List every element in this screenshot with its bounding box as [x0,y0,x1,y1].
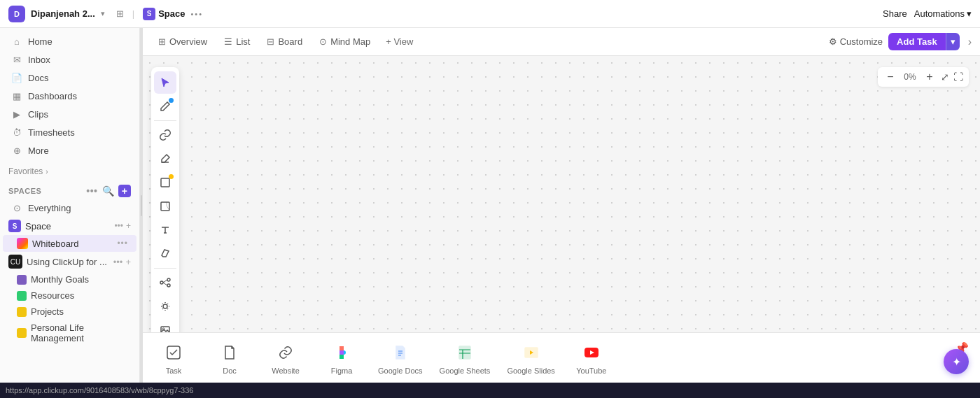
using-clickup-item[interactable]: CU Using ClickUp for ... ••• + [0,252,139,271]
topbar: D Dipanjenah 2... ▾ ⊞ | S Space ••• Shar… [0,0,980,28]
whiteboard-dots-icon[interactable]: ••• [117,239,128,248]
bottom-item-youtube[interactable]: YouTube [572,341,611,375]
website-icon [274,341,297,364]
bottom-label-figma: Figma [331,367,353,375]
bottom-item-task[interactable]: Task [154,341,193,375]
tool-settings[interactable] [154,295,176,318]
tab-mind-map[interactable]: ⊙ Mind Map [312,34,377,50]
using-clickup-dots-icon[interactable]: ••• [113,257,123,267]
zoom-fit-button[interactable]: ⤢ [941,71,949,83]
customize-label: Customize [840,36,883,47]
favorites-row[interactable]: Favorites › [0,164,139,179]
tool-connect[interactable] [154,271,176,294]
bottom-item-figma[interactable]: Figma [322,341,361,375]
space-dots-icon[interactable]: ••• [190,10,203,18]
using-clickup-plus-icon[interactable]: + [125,257,131,267]
bottom-label-youtube: YouTube [576,367,606,375]
ai-fab-button[interactable]: ✦ [944,349,969,374]
tab-board-label: Board [278,36,302,47]
timesheets-icon: ⏱ [11,127,22,138]
sidebar-item-timesheets[interactable]: ⏱ Timesheets [3,123,136,141]
space-item-plus-icon[interactable]: + [126,221,131,231]
space-tag[interactable]: S Space ••• [143,8,203,20]
sidebar-item-monthly-goals[interactable]: Monthly Goals [0,271,139,287]
divider: | [132,8,134,19]
svg-point-4 [167,284,170,287]
space-item-dots-icon[interactable]: ••• [114,221,123,231]
tool-pen[interactable] [154,95,176,118]
resources-label: Resources [31,290,74,301]
zoom-fullscreen-button[interactable]: ⛶ [953,71,963,83]
layout-toggle-icon[interactable]: ⊞ [116,8,124,19]
workspace-name: Dipanjenah 2... [31,8,95,19]
tool-sticky[interactable] [154,195,176,218]
sidebar-label-more: More [28,145,49,156]
tab-mind-map-label: Mind Map [330,36,370,47]
workspace-chevron-icon[interactable]: ▾ [101,9,105,18]
task-icon [162,341,185,364]
using-clickup-actions: ••• + [113,257,131,267]
tab-overview[interactable]: ⊞ Overview [151,34,214,50]
tab-list[interactable]: ☰ List [217,34,257,50]
bottom-item-website[interactable]: Website [266,341,305,375]
add-view-label: + View [386,36,413,47]
bottom-item-google-slides[interactable]: Google Slides [507,341,555,375]
tool-shapes[interactable] [154,171,176,194]
tool-highlighter[interactable] [154,148,176,170]
resources-dot [17,291,27,301]
toolbar-divider-1 [154,120,176,121]
monthly-goals-dot [17,275,27,285]
sidebar-label-clips: Clips [28,109,48,120]
tool-link[interactable] [154,124,176,146]
spaces-add-button[interactable]: + [118,185,131,197]
sidebar-label-docs: Docs [28,73,49,83]
whiteboard-canvas[interactable]: − 0% + ⤢ ⛶ [143,56,980,332]
spaces-actions: ••• 🔍 + [86,185,131,197]
bottom-item-google-sheets[interactable]: Google Sheets [440,341,491,375]
projects-dot [17,307,27,317]
whiteboard-icon [17,238,28,249]
sidebar-item-inbox[interactable]: ✉ Inbox [3,50,136,69]
sidebar-item-personal-life[interactable]: Personal Life Management [0,320,139,346]
sidebar: ⌂ Home ✉ Inbox 📄 Docs ▦ Dashboards ▶ Cli… [0,28,140,383]
sidebar-item-clips[interactable]: ▶ Clips [3,105,136,123]
tab-board[interactable]: ⊟ Board [260,34,309,50]
automations-button[interactable]: Automations ▾ [914,8,972,19]
sidebar-item-docs[interactable]: 📄 Docs [3,69,136,87]
sidebar-nav: ⌂ Home ✉ Inbox 📄 Docs ▦ Dashboards ▶ Cli… [0,28,139,164]
doc-icon [218,341,241,364]
tool-image[interactable] [154,319,176,332]
youtube-icon [580,341,603,364]
bottom-item-doc[interactable]: Doc [210,341,249,375]
float-toolbar [151,67,179,332]
spaces-dots-icon[interactable]: ••• [86,185,97,197]
toolbar-expand-icon[interactable]: › [968,36,972,48]
sidebar-item-projects[interactable]: Projects [0,304,139,320]
share-button[interactable]: Share [883,8,907,19]
sidebar-item-everything[interactable]: ⊙ Everything [3,199,136,217]
workspace-avatar[interactable]: D [8,6,25,22]
sidebar-item-dashboards[interactable]: ▦ Dashboards [3,87,136,105]
sidebar-item-more[interactable]: ⊕ More [3,141,136,159]
spaces-search-icon[interactable]: 🔍 [102,185,115,197]
zoom-out-button[interactable]: − [883,70,897,84]
customize-button[interactable]: ⚙ Customize [829,36,883,47]
space-item-name: Space [25,221,51,232]
toolbar-right: ⚙ Customize Add Task ▾ › [829,33,972,50]
add-task-chevron-button[interactable]: ▾ [946,33,960,50]
add-task-main-button[interactable]: Add Task [888,33,946,50]
zoom-in-button[interactable]: + [923,70,937,84]
status-bar: https://app.clickup.com/9016408583/v/wb/… [0,383,980,398]
svg-rect-1 [161,202,169,211]
tool-text[interactable] [154,219,176,241]
projects-label: Projects [31,306,64,317]
add-view-button[interactable]: + View [380,34,419,50]
tool-eraser[interactable] [154,243,176,265]
sidebar-item-whiteboard[interactable]: Whiteboard ••• [3,235,136,252]
tool-select[interactable] [154,71,176,94]
space-item[interactable]: S Space ••• + [0,217,139,235]
add-task-button[interactable]: Add Task ▾ [888,33,960,50]
sidebar-item-home[interactable]: ⌂ Home [3,32,136,50]
bottom-item-google-docs[interactable]: Google Docs [378,341,423,375]
sidebar-item-resources[interactable]: Resources [0,287,139,304]
